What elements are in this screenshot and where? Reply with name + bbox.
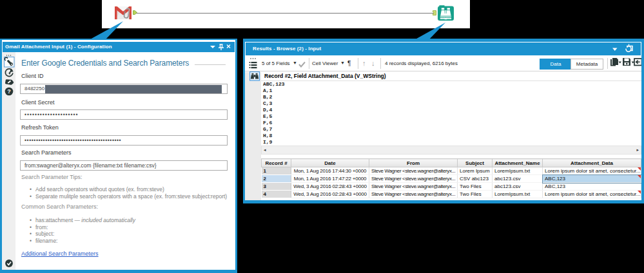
- svg-text:?: ?: [7, 88, 11, 95]
